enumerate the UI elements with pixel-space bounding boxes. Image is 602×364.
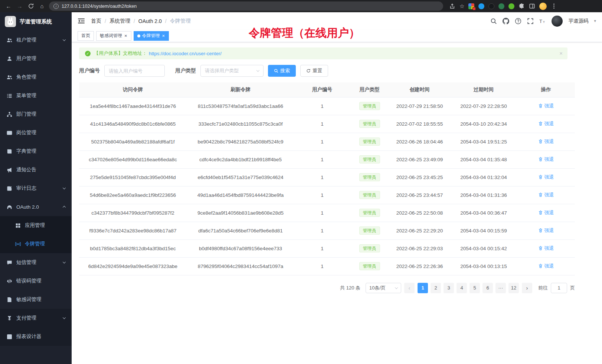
puzzle-extensions-icon[interactable] xyxy=(518,3,525,9)
tab-close-icon[interactable]: × xyxy=(162,33,166,38)
sidebar-item-menu[interactable]: 菜单管理 xyxy=(0,86,72,105)
column-header: 用户类型 xyxy=(350,82,389,97)
sidebar-item-role[interactable]: 角色管理 xyxy=(0,68,72,86)
browser-reload-icon[interactable] xyxy=(26,1,36,11)
extension-icon[interactable] xyxy=(508,3,514,9)
browser-menu-icon[interactable] xyxy=(551,3,557,9)
force-logout-button[interactable]: 强退 xyxy=(538,245,554,252)
search-icon[interactable] xyxy=(490,18,497,24)
site-info-icon[interactable]: i xyxy=(53,4,59,9)
message-icon xyxy=(6,259,12,265)
sidebar-item-pay[interactable]: 支付管理 xyxy=(0,309,72,327)
bookmark-star-icon[interactable]: ☆ xyxy=(459,3,464,10)
force-logout-button[interactable]: 强退 xyxy=(538,209,554,216)
extension-icon[interactable] xyxy=(468,3,474,9)
sidebar-item-audit-log[interactable]: 审计日志 xyxy=(0,179,72,198)
user-type-select[interactable]: 请选择用户类型 xyxy=(200,65,264,77)
search-button[interactable]: 搜索 xyxy=(268,65,296,77)
alert-close-icon[interactable]: × xyxy=(559,50,563,56)
sidebar-item-sensitive-word[interactable]: 敏感词管理 xyxy=(0,290,72,309)
browser-forward-icon[interactable]: → xyxy=(15,1,24,11)
pagination: 共 120 条 10条/页 ‹ 123456···12 › 前往 页 xyxy=(79,275,575,301)
goto-label: 前往 xyxy=(538,285,548,291)
goto-page-input[interactable] xyxy=(551,283,567,293)
prev-page-button[interactable]: ‹ xyxy=(404,283,415,293)
sidebar-item-notice[interactable]: 通知公告 xyxy=(0,161,72,179)
user-type-cell: 管理员 xyxy=(350,97,389,115)
page-button-2[interactable]: 2 xyxy=(431,283,441,293)
sidebar-item-dict[interactable]: 字典管理 xyxy=(0,142,72,161)
help-question-icon[interactable] xyxy=(515,18,521,24)
tab-home[interactable]: 首页 xyxy=(78,31,94,41)
share-icon[interactable] xyxy=(449,3,455,9)
action-cell: 强退 xyxy=(517,222,575,239)
extension-icon[interactable] xyxy=(498,3,504,9)
force-logout-button[interactable]: 强退 xyxy=(538,192,554,198)
refresh-token-cell: 811c530487574fa0af1a59d3abc1aa66 xyxy=(187,97,294,115)
breadcrumb-item[interactable]: 系统管理 xyxy=(109,18,130,24)
github-icon[interactable] xyxy=(503,18,509,24)
sidebar-item-label: 错误码管理 xyxy=(16,278,42,284)
sidebar-item-oauth2[interactable]: OAuth 2.0 xyxy=(0,198,72,216)
action-cell: 强退 xyxy=(517,150,575,168)
force-logout-button[interactable]: 强退 xyxy=(538,138,554,145)
page-button-5[interactable]: 5 xyxy=(470,283,480,293)
access-token-cell: 54d6be82ee5a460a9aedc1f9bf223656 xyxy=(79,186,187,204)
refresh-token-cell: 333ecfc71e02480cb11055c875c3ca0f xyxy=(187,115,294,133)
reset-button[interactable]: 重置 xyxy=(300,65,328,77)
user-name[interactable]: 芋道源码 xyxy=(568,18,588,24)
force-logout-button[interactable]: 强退 xyxy=(538,120,554,127)
breadcrumb-item[interactable]: 首页 xyxy=(91,18,101,24)
pagination-ellipsis[interactable]: ··· xyxy=(495,283,506,293)
extension-icon[interactable] xyxy=(478,3,484,9)
force-logout-button[interactable]: 强退 xyxy=(538,174,554,181)
sidebar-item-user[interactable]: 用户管理 xyxy=(0,49,72,68)
doc-link[interactable]: https://doc.iocoder.cn/user-center/ xyxy=(149,51,222,56)
tab-close-icon[interactable]: × xyxy=(124,33,128,38)
fullscreen-icon[interactable] xyxy=(527,18,534,24)
sidebar-item-sms[interactable]: 短信管理 xyxy=(0,253,72,272)
user-type-badge: 管理员 xyxy=(359,102,380,110)
browser-address-bar[interactable]: i 127.0.0.1:1024/system/oauth2/token xyxy=(49,1,443,11)
side-panel-icon[interactable] xyxy=(529,3,535,9)
browser-back-icon[interactable]: ← xyxy=(4,1,13,11)
user-avatar[interactable] xyxy=(552,16,563,27)
force-logout-button[interactable]: 强退 xyxy=(538,103,554,109)
page-button-3[interactable]: 3 xyxy=(444,283,454,293)
sidebar-item-post[interactable]: 岗位管理 xyxy=(0,123,72,142)
page-button-1[interactable]: 1 xyxy=(418,283,428,293)
sidebar-item-tenant[interactable]: 租户管理 xyxy=(0,31,72,49)
user-type-cell: 管理员 xyxy=(350,150,389,168)
browser-home-icon[interactable]: ⌂ xyxy=(37,1,47,11)
tab-token[interactable]: 令牌管理× xyxy=(134,31,169,41)
expire-time-cell: 2054-03-10 20:42:34 xyxy=(450,115,517,133)
page-button-12[interactable]: 12 xyxy=(508,283,519,293)
sidebar-item-dept[interactable]: 部门管理 xyxy=(0,105,72,123)
app-logo[interactable]: 芋道管理系统 xyxy=(0,12,72,31)
sidebar-item-oauth2-app[interactable]: 应用管理 xyxy=(0,216,72,235)
page-size-select[interactable]: 10条/页 xyxy=(366,283,401,293)
next-page-button[interactable]: › xyxy=(522,283,532,293)
hamburger-fold-icon[interactable] xyxy=(78,18,85,24)
page-button-6[interactable]: 6 xyxy=(482,283,493,293)
force-logout-button[interactable]: 强退 xyxy=(538,156,554,163)
caret-down-icon[interactable]: ▾ xyxy=(594,19,596,23)
extension-icon[interactable] xyxy=(488,3,494,9)
sidebar-item-label: 岗位管理 xyxy=(16,129,36,136)
access-token-cell: 275e5de9151045fe87cbdc395e004f4d xyxy=(79,168,187,186)
sidebar-item-label: 短信管理 xyxy=(16,259,36,266)
sidebar-item-report-designer[interactable]: 报表设计器 xyxy=(0,327,72,346)
tab-sensitive-word[interactable]: 敏感词管理× xyxy=(96,31,131,41)
force-logout-button[interactable]: 强退 xyxy=(538,263,554,269)
sidebar-item-error-code[interactable]: 错误码管理 xyxy=(0,272,72,290)
refresh-token-cell: 8796295f04064c2983414cc54af1097a xyxy=(187,257,294,275)
browser-profile-avatar[interactable] xyxy=(539,3,547,10)
extension-badge xyxy=(472,7,476,10)
sidebar-item-oauth2-token[interactable]: 令牌管理 xyxy=(0,235,72,253)
page-button-4[interactable]: 4 xyxy=(457,283,467,293)
font-size-icon[interactable]: TT xyxy=(539,18,546,24)
breadcrumb-item[interactable]: OAuth 2.0 xyxy=(138,18,162,24)
force-logout-button[interactable]: 强退 xyxy=(538,227,554,234)
action-cell: 强退 xyxy=(517,133,575,150)
user-id-input[interactable] xyxy=(104,65,165,77)
